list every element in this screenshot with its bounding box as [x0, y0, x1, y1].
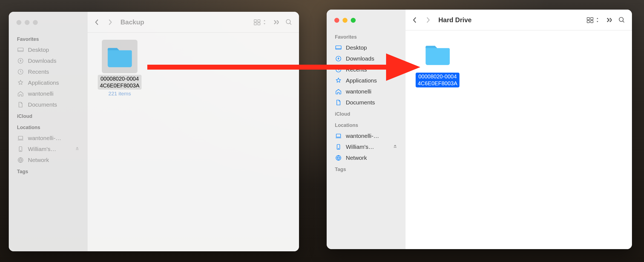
eject-icon[interactable]: [75, 146, 79, 152]
clock-icon: [335, 66, 342, 73]
laptop-icon: [17, 135, 24, 142]
sidebar: Favorites Desktop Downloads Recents Appl…: [327, 10, 406, 249]
content-area[interactable]: 00008020-00044C6E0EF8003A 221 items: [88, 33, 299, 251]
close-button[interactable]: [16, 20, 21, 25]
svg-rect-22: [591, 18, 593, 20]
sidebar-item-network[interactable]: Network: [327, 152, 406, 163]
tags-header: Tags: [327, 163, 406, 175]
sidebar: Favorites Desktop Downloads Recents Appl…: [9, 12, 88, 251]
sidebar-item-label: Downloads: [346, 55, 374, 62]
svg-point-25: [619, 17, 623, 21]
apps-icon: [17, 79, 24, 86]
svg-rect-4: [18, 136, 23, 139]
search-button[interactable]: [618, 16, 625, 24]
document-icon: [17, 101, 24, 108]
toolbar: Hard Drive: [406, 10, 632, 30]
sidebar-item-desktop[interactable]: Desktop: [327, 42, 406, 53]
sidebar-item-documents[interactable]: Documents: [327, 97, 406, 108]
more-button[interactable]: [273, 19, 279, 25]
sidebar-item-applications[interactable]: Applications: [9, 77, 88, 88]
phone-icon: [17, 146, 24, 153]
sidebar-item-label: Network: [346, 155, 367, 161]
sidebar-item-label: Documents: [28, 101, 57, 108]
folder-item[interactable]: 00008020-00044C6E0EF8003A: [414, 38, 461, 87]
sidebar-item-label: Recents: [346, 66, 367, 73]
sidebar-item-home[interactable]: wantonelli: [327, 86, 406, 97]
sidebar-item-computer[interactable]: wantonelli-…: [9, 133, 88, 144]
traffic-lights: [327, 18, 406, 31]
sidebar-item-desktop[interactable]: Desktop: [9, 44, 88, 55]
sidebar-item-label: Network: [28, 157, 49, 163]
svg-rect-9: [258, 20, 260, 22]
network-icon: [17, 156, 24, 164]
sidebar-item-documents[interactable]: Documents: [9, 99, 88, 110]
sidebar-item-iphone[interactable]: William's…: [9, 144, 88, 155]
laptop-icon: [335, 132, 342, 139]
back-button[interactable]: [94, 18, 100, 26]
sidebar-item-label: wantonelli-…: [28, 135, 61, 141]
sidebar-item-label: wantonelli: [346, 88, 371, 95]
sidebar-item-recents[interactable]: Recents: [327, 64, 406, 75]
sidebar-item-label: Desktop: [346, 44, 367, 51]
apps-icon: [335, 77, 342, 84]
sidebar-item-iphone[interactable]: William's…: [327, 141, 406, 152]
download-icon: [335, 55, 342, 62]
svg-rect-8: [254, 20, 257, 22]
clock-icon: [17, 68, 24, 75]
content-area[interactable]: 00008020-00044C6E0EF8003A: [406, 30, 632, 249]
view-options-button[interactable]: [586, 17, 599, 23]
maximize-button[interactable]: [33, 20, 38, 25]
svg-point-6: [20, 150, 21, 151]
svg-point-12: [286, 19, 290, 24]
forward-button[interactable]: [107, 18, 113, 26]
sidebar-item-label: Desktop: [28, 47, 49, 53]
tags-header: Tags: [9, 166, 88, 177]
maximize-button[interactable]: [351, 18, 356, 23]
svg-rect-17: [336, 134, 341, 137]
folder-icon: [102, 40, 137, 73]
sidebar-item-label: William's…: [346, 144, 374, 150]
sidebar-item-recents[interactable]: Recents: [9, 66, 88, 77]
finder-window-backup: Favorites Desktop Downloads Recents Appl…: [9, 12, 299, 251]
eject-icon[interactable]: [393, 144, 397, 150]
search-button[interactable]: [285, 19, 292, 26]
sidebar-item-applications[interactable]: Applications: [327, 75, 406, 86]
sidebar-item-home[interactable]: wantonelli: [9, 88, 88, 99]
svg-rect-24: [591, 21, 593, 23]
window-title: Backup: [120, 18, 144, 26]
icloud-header: iCloud: [327, 108, 406, 119]
finder-window-harddrive: Favorites Desktop Downloads Recents Appl…: [327, 10, 632, 249]
svg-rect-23: [587, 21, 590, 23]
phone-icon: [335, 143, 342, 150]
favorites-header: Favorites: [9, 33, 88, 44]
download-icon: [17, 57, 24, 64]
folder-item[interactable]: 00008020-00044C6E0EF8003A 221 items: [96, 40, 143, 97]
more-button[interactable]: [606, 17, 612, 23]
sidebar-item-downloads[interactable]: Downloads: [327, 53, 406, 64]
locations-header: Locations: [327, 119, 406, 130]
view-options-button[interactable]: [254, 19, 266, 25]
back-button[interactable]: [412, 16, 418, 24]
folder-count: 221 items: [108, 91, 131, 97]
sidebar-item-label: Applications: [346, 77, 377, 84]
sidebar-item-label: Recents: [28, 69, 49, 75]
svg-point-19: [338, 148, 339, 149]
close-button[interactable]: [334, 18, 339, 23]
desktop-icon: [335, 44, 342, 51]
desktop-icon: [17, 46, 24, 53]
main-area: Hard Drive 00008020-00044C6E0EF8003A: [406, 10, 632, 249]
document-icon: [335, 99, 342, 106]
sidebar-item-computer[interactable]: wantonelli-…: [327, 130, 406, 141]
locations-header: Locations: [9, 121, 88, 133]
traffic-lights: [9, 20, 88, 33]
home-icon: [335, 88, 342, 95]
svg-rect-10: [254, 23, 257, 25]
minimize-button[interactable]: [25, 20, 30, 25]
sidebar-item-network[interactable]: Network: [9, 155, 88, 166]
sidebar-item-label: William's…: [28, 146, 56, 152]
svg-rect-13: [336, 46, 341, 49]
sidebar-item-downloads[interactable]: Downloads: [9, 55, 88, 66]
forward-button[interactable]: [425, 16, 431, 24]
minimize-button[interactable]: [343, 18, 347, 23]
sidebar-item-label: wantonelli: [28, 90, 53, 97]
